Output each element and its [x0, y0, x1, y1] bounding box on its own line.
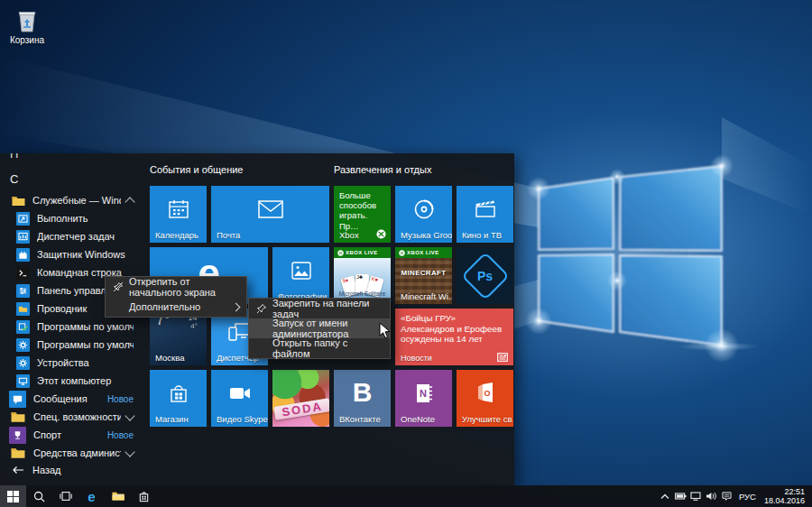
app-list-section-letter[interactable]: С	[10, 172, 18, 186]
xbox-logo-icon	[399, 250, 405, 256]
back-button[interactable]: Назад	[0, 460, 144, 480]
tile-calendar[interactable]: Календарь	[150, 186, 207, 243]
menu-item-run-as-administrator[interactable]: Запуск от имени администратора	[249, 318, 390, 338]
xbox-live-banner: XBOX LIVE	[395, 247, 452, 258]
new-badge: Новое	[107, 430, 134, 440]
app-item-devices[interactable]: Устройства	[0, 354, 144, 372]
menu-item-unpin-from-start[interactable]: Открепить от начального экрана	[106, 277, 246, 297]
back-arrow-icon	[11, 464, 25, 476]
calendar-icon	[167, 198, 190, 221]
file-explorer-icon	[16, 302, 30, 316]
recycle-bin-icon	[14, 7, 41, 34]
battery-icon[interactable]	[673, 485, 688, 507]
tile-candy-crush-soda[interactable]: SODA	[272, 370, 329, 427]
taskbar-edge-button[interactable]: e	[78, 485, 105, 507]
tile-minecraft[interactable]: XBOX LIVE MINECRAFT Minecraft Wi…	[395, 247, 452, 304]
tile-solitaire[interactable]: XBOX LIVE 9♦ J♣ K♥ Microsoft Solitaire C…	[334, 247, 391, 304]
store-bag-icon	[167, 382, 190, 405]
photos-icon	[290, 259, 313, 282]
photoshop-ps-letters: Ps	[477, 268, 493, 282]
tile-photoshop-express[interactable]: Ps	[457, 247, 513, 304]
app-item-default-programs[interactable]: Программы по умолчанию	[0, 318, 144, 336]
tile-skype-video[interactable]: Видео Skype	[211, 370, 268, 427]
xbox-logo-icon	[337, 250, 344, 256]
taskbar-store-button[interactable]	[131, 485, 157, 507]
new-badge: Новое	[107, 394, 134, 404]
tray-time: 22:51	[784, 487, 805, 496]
clock[interactable]: 22:51 18.04.2016	[761, 487, 812, 506]
show-hidden-icons-button[interactable]	[658, 485, 673, 507]
mouse-cursor	[379, 322, 391, 339]
tile-xbox[interactable]: Больше способов играть. Пр… Xbox	[334, 186, 391, 243]
taskbar-search-button[interactable]	[26, 485, 52, 507]
run-icon	[16, 212, 30, 226]
video-camera-icon	[227, 383, 253, 403]
submenu-chevron-icon	[232, 302, 241, 311]
folder-icon	[11, 194, 25, 207]
mail-envelope-icon	[257, 198, 284, 220]
chevron-down-icon	[125, 447, 134, 456]
search-icon	[33, 491, 45, 502]
tile-movies-tv[interactable]: Кино и ТВ	[457, 186, 513, 243]
chevron-up-icon	[125, 197, 134, 207]
action-center-icon[interactable]	[719, 485, 734, 507]
tile-group-title[interactable]: События и общение	[150, 164, 243, 175]
tile-group-title[interactable]: Развлечения и отдых	[334, 164, 431, 175]
folder-icon	[9, 445, 26, 462]
app-item-windows-defender[interactable]: Защитник Windows	[0, 245, 144, 263]
command-prompt-icon	[16, 266, 30, 280]
tile-vkontakte[interactable]: В ВКонтакте	[334, 370, 391, 427]
task-view-icon	[60, 491, 72, 502]
task-view-button[interactable]	[52, 485, 78, 507]
messaging-icon	[9, 391, 26, 408]
menu-item-more[interactable]: Дополнительно	[106, 297, 246, 317]
recycle-bin-desktop-icon[interactable]: Корзина	[5, 7, 49, 45]
onenote-icon: N	[413, 382, 435, 405]
tile-photos[interactable]: Фотографии	[272, 247, 329, 304]
taskbar-file-explorer-button[interactable]	[105, 485, 131, 507]
app-item-task-manager[interactable]: Диспетчер задач	[0, 227, 144, 245]
app-item-sport[interactable]: Спорт Новое	[0, 426, 144, 444]
app-item-admin-tools-folder[interactable]: Средства администрирован…	[0, 444, 144, 462]
volume-icon[interactable]	[704, 485, 719, 507]
office-logo-icon: O	[475, 382, 495, 405]
app-item-ease-of-access-folder[interactable]: Спец. возможности	[0, 408, 144, 426]
xbox-live-banner: XBOX LIVE	[334, 247, 391, 258]
menu-item-pin-to-taskbar[interactable]: Закрепить на панели задач	[249, 299, 390, 318]
menu-item-open-file-location[interactable]: Открыть папку с файлом	[249, 338, 390, 358]
news-headline: «Бойцы ГРУ» Александров и Ерофеев осужде…	[395, 309, 513, 345]
tile-news[interactable]: «Бойцы ГРУ» Александров и Ерофеев осужде…	[395, 309, 513, 365]
app-item-default-programs-settings[interactable]: Программы по умолчанию	[0, 336, 144, 354]
recycle-bin-label: Корзина	[5, 35, 49, 45]
windows-logo-icon	[7, 491, 19, 502]
groove-music-icon	[412, 198, 436, 221]
pin-icon	[256, 303, 272, 314]
app-item-run[interactable]: Выполнить	[0, 209, 144, 227]
xbox-live-tile-text: Больше способов играть. Пр…	[334, 186, 391, 231]
network-icon[interactable]	[688, 485, 704, 507]
movies-tv-clapperboard-icon	[474, 198, 497, 220]
tile-context-menu: Открепить от начального экрана Дополните…	[105, 276, 247, 318]
soda-ribbon: SODA	[273, 398, 329, 420]
svg-text:N: N	[420, 388, 427, 399]
defender-castle-icon	[16, 248, 30, 262]
windows-desktop: Корзина П С Служебные — Windows Выполнит…	[0, 0, 812, 507]
tile-mail[interactable]: Почта	[211, 186, 329, 243]
language-indicator[interactable]: РУС	[734, 492, 761, 502]
news-icon	[497, 353, 508, 362]
app-item-messaging[interactable]: Сообщения Новое	[0, 390, 144, 408]
start-button[interactable]	[0, 485, 26, 507]
tile-onenote[interactable]: N OneNote	[395, 370, 452, 427]
tile-get-office[interactable]: O Улучшите св…	[457, 370, 513, 427]
taskbar: e РУС 22:51 18.04.2016	[0, 485, 812, 507]
app-item-this-pc[interactable]: Этот компьютер	[0, 372, 144, 390]
tile-groove-music[interactable]: Музыка Groo…	[395, 186, 452, 243]
devices-gear-icon	[16, 356, 30, 370]
tile-store[interactable]: Магазин	[150, 370, 207, 427]
gear-icon	[16, 338, 30, 352]
svg-text:O: O	[484, 389, 490, 398]
app-item-system-windows-folder[interactable]: Служебные — Windows	[0, 191, 144, 209]
minecraft-logo: MINECRAFT	[395, 269, 452, 277]
task-manager-icon	[16, 230, 30, 244]
tray-date: 18.04.2016	[764, 496, 805, 505]
